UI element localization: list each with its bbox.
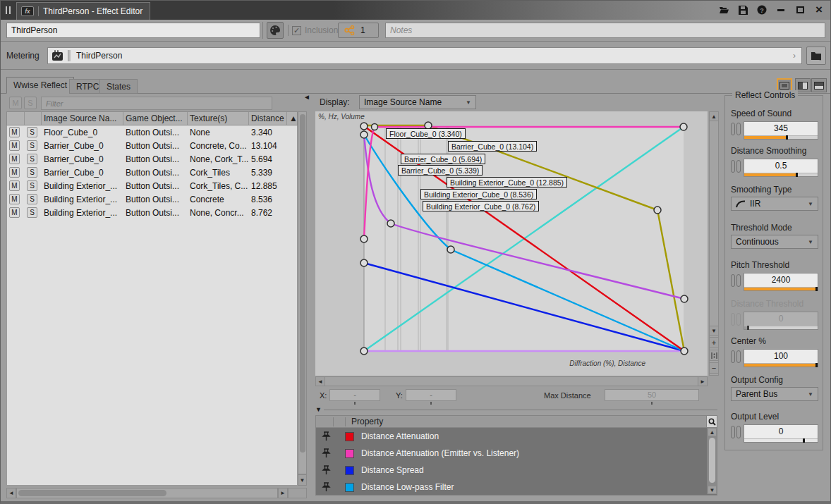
column-header-distance[interactable]: Distance	[249, 112, 287, 125]
column-header-game-object[interactable]: Game Object...	[123, 112, 188, 125]
open-icon[interactable]	[717, 4, 731, 16]
solo-button[interactable]: S	[27, 127, 37, 137]
pin-icon[interactable]	[322, 482, 331, 492]
solo-button[interactable]: S	[27, 180, 37, 191]
y-coordinate-field[interactable]: -	[406, 389, 456, 401]
curve-tag[interactable]: Barrier_Cube_0 (5.694)	[401, 154, 485, 164]
tab-states[interactable]: States	[99, 79, 138, 94]
solo-button[interactable]: S	[27, 194, 37, 204]
scrollbar-thumb[interactable]	[300, 114, 305, 453]
scroll-up-button[interactable]: ▲	[709, 111, 719, 121]
distance-smoothing-value[interactable]: 0.5	[744, 161, 818, 171]
mute-column-header[interactable]	[7, 112, 25, 125]
mute-button[interactable]: M	[9, 140, 20, 151]
solo-button[interactable]: S	[27, 154, 37, 164]
center-percent-value[interactable]: 100	[744, 351, 818, 361]
sharesets-button[interactable]: 1	[338, 23, 379, 38]
rtpc-icon[interactable]	[731, 160, 741, 173]
curve-tag[interactable]: Barrier_Cube_0 (5.339)	[398, 165, 483, 176]
pitch-threshold-value[interactable]: 2400	[744, 275, 818, 285]
search-properties-button[interactable]	[706, 416, 717, 427]
rtpc-icon[interactable]	[731, 426, 741, 438]
graph-vertical-scrollbar[interactable]: ▲ ▼ + −	[709, 111, 719, 376]
mute-button[interactable]: M	[9, 207, 20, 218]
chevron-right-icon[interactable]: ›	[793, 51, 796, 61]
property-row[interactable]: Distance Attenuation (Emitter vs. Listen…	[316, 445, 717, 462]
curve-tag[interactable]: Building Exterior_Cube_0 (8.536)	[420, 189, 537, 199]
minimize-icon[interactable]	[774, 4, 788, 16]
property-row[interactable]: Distance Spread	[316, 462, 717, 479]
curve-tag[interactable]: Barrier_Cube_0 (13.104)	[448, 141, 537, 152]
max-distance-field[interactable]: 50	[605, 389, 699, 401]
scroll-left-button[interactable]: ◄	[6, 488, 16, 498]
rtpc-icon[interactable]	[731, 123, 741, 135]
output-level-control[interactable]: 0	[731, 424, 818, 443]
scroll-down-button[interactable]: ▼	[709, 326, 719, 336]
property-vertical-scrollbar[interactable]: ▲ ▼	[707, 428, 717, 494]
sort-arrow-icon[interactable]: ▲	[287, 112, 296, 125]
solo-all-button[interactable]: S	[24, 97, 37, 109]
curve-distance-spread[interactable]	[364, 263, 684, 351]
pin-icon[interactable]	[322, 465, 331, 475]
solo-button[interactable]: S	[27, 207, 37, 218]
maximize-icon[interactable]	[793, 4, 807, 16]
zoom-out-button[interactable]: −	[709, 362, 719, 374]
zoom-fit-button[interactable]	[709, 350, 719, 361]
smoothing-type-dropdown[interactable]: IIR ▼	[731, 197, 818, 211]
zoom-in-button[interactable]: +	[709, 337, 719, 348]
scrollbar-thumb[interactable]	[18, 490, 166, 496]
mute-button[interactable]: M	[9, 167, 20, 178]
layout-split-horizontal-button[interactable]	[811, 78, 827, 92]
solo-button[interactable]: S	[27, 140, 37, 151]
column-header-name[interactable]: Image Source Na...	[42, 112, 123, 125]
help-icon[interactable]: ?	[755, 4, 769, 16]
speed-of-sound-control[interactable]: 345	[731, 121, 818, 140]
table-row[interactable]: M S Building Exterior_... Button Outsi..…	[7, 206, 297, 219]
dock-handle[interactable]	[6, 6, 11, 14]
pin-icon[interactable]	[322, 431, 331, 441]
threshold-mode-dropdown[interactable]: Continuous ▼	[731, 235, 818, 249]
collapse-properties-icon[interactable]: ▼	[315, 406, 322, 413]
property-column-header[interactable]: Property	[351, 417, 383, 426]
scrollbar-thumb[interactable]	[709, 438, 715, 483]
collapse-panel-icon[interactable]: ◄	[303, 93, 310, 101]
rtpc-icon[interactable]	[731, 350, 741, 363]
property-row[interactable]: Distance Low-pass Filter	[316, 479, 717, 496]
effect-name-input[interactable]	[6, 23, 260, 38]
speed-of-sound-value[interactable]: 345	[744, 123, 818, 133]
table-row[interactable]: M S Barrier_Cube_0 Button Outsi... None,…	[7, 152, 297, 166]
scroll-up-button[interactable]: ▲	[708, 428, 717, 436]
tab-wwise-reflect[interactable]: Wwise Reflect	[6, 77, 74, 94]
table-row[interactable]: M S Barrier_Cube_0 Button Outsi... Cork_…	[7, 166, 297, 179]
mute-button[interactable]: M	[9, 180, 20, 191]
window-tab[interactable]: fx ThirdPerson - Effect Editor	[16, 2, 150, 20]
mute-button[interactable]: M	[9, 127, 20, 137]
mute-all-button[interactable]: M	[9, 97, 22, 109]
x-coordinate-field[interactable]: -	[329, 389, 380, 401]
table-row[interactable]: M S Floor_Cube_0 Button Outsi... None 3.…	[7, 125, 297, 139]
output-level-value[interactable]: 0	[744, 426, 818, 436]
filter-input[interactable]	[41, 97, 272, 110]
display-mode-dropdown[interactable]: Image Source Name ▼	[359, 95, 476, 109]
solo-column-header[interactable]	[25, 112, 42, 125]
table-row[interactable]: M S Building Exterior_... Button Outsi..…	[7, 192, 297, 206]
graph-horizontal-scrollbar[interactable]: ◄ ►	[315, 376, 708, 386]
save-icon[interactable]	[736, 4, 750, 16]
scroll-right-button[interactable]: ►	[698, 376, 708, 386]
browse-button[interactable]	[806, 47, 826, 65]
pitch-threshold-control[interactable]: 2400	[731, 273, 818, 291]
property-row[interactable]: Distance Attenuation	[316, 428, 717, 445]
pin-icon[interactable]	[322, 448, 331, 458]
scroll-down-button[interactable]: ▼	[708, 486, 717, 494]
table-row[interactable]: M S Barrier_Cube_0 Button Outsi... Concr…	[7, 139, 297, 152]
curve-graph[interactable]: %, Hz, Volume Diffraction (%), Distance …	[315, 111, 708, 376]
output-config-dropdown[interactable]: Parent Bus ▼	[731, 387, 818, 401]
column-header-textures[interactable]: Texture(s)	[188, 112, 249, 125]
center-percent-control[interactable]: 100	[731, 349, 818, 367]
scroll-right-button[interactable]: ►	[278, 488, 288, 498]
curve-tag[interactable]: Floor_Cube_0 (3.340)	[386, 128, 466, 139]
color-palette-button[interactable]	[267, 22, 284, 39]
notes-input[interactable]	[385, 23, 825, 38]
inclusion-checkbox[interactable]: ✓	[292, 26, 301, 35]
table-horizontal-scrollbar[interactable]	[16, 488, 278, 498]
